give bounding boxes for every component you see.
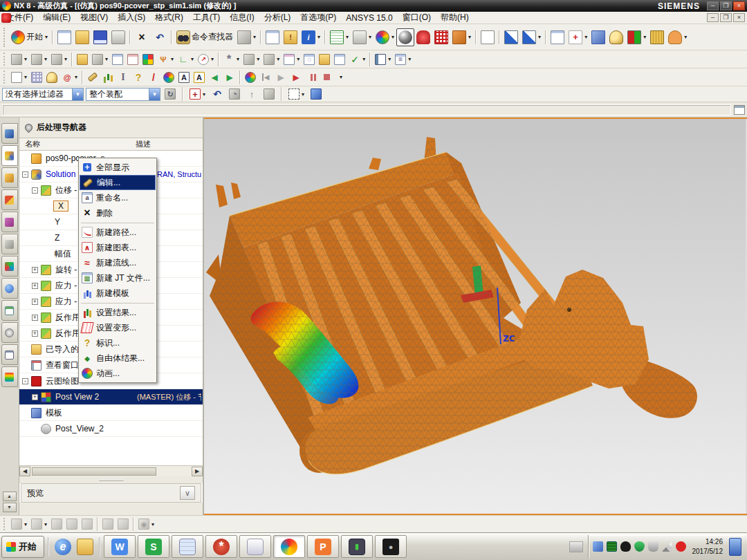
toolbar-button[interactable]: ▾ <box>288 70 304 85</box>
menu-item[interactable]: 视图(V) <box>75 11 113 24</box>
selection-tool-button[interactable]: ▾ <box>210 86 225 102</box>
selection-tool-button[interactable]: ▾ <box>279 87 284 101</box>
toolbar-button[interactable]: ▾ <box>133 28 151 46</box>
toolbar-button[interactable]: ▾ <box>222 70 237 85</box>
selection-tool-button[interactable]: ▾ <box>261 86 277 102</box>
tray-cat-icon[interactable] <box>620 541 631 552</box>
column-name[interactable]: 名称 <box>19 139 40 149</box>
context-menu-item[interactable]: 新建流线... <box>80 255 156 270</box>
toolbar-button[interactable]: ▾ <box>317 52 332 67</box>
selection-tool-button[interactable]: ▾ <box>227 86 242 102</box>
toolbar-button[interactable]: ▾ <box>548 28 566 46</box>
toolbar-button[interactable]: ▾ <box>127 30 133 44</box>
toolbar-button[interactable]: ▾ <box>367 53 373 66</box>
context-menu-item[interactable]: 新建模板 <box>80 286 156 301</box>
context-menu-item[interactable]: 标识... <box>80 335 156 351</box>
tray-shield-icon[interactable] <box>634 541 645 552</box>
toolbar-button[interactable]: ▾ <box>9 516 29 532</box>
resource-bar-tab[interactable] <box>1 167 18 188</box>
tray-card-icon[interactable] <box>607 541 617 552</box>
toolbar-button[interactable]: ▾ <box>432 28 450 46</box>
taskbar-app-button[interactable] <box>375 535 407 558</box>
menu-item[interactable]: 格式(R) <box>150 11 188 24</box>
expander-icon[interactable] <box>32 315 38 321</box>
toolbar-button[interactable]: ▾ <box>49 52 69 67</box>
toolbar-button[interactable]: ▾ <box>59 70 80 85</box>
toolbar-button[interactable]: ▾ <box>393 52 413 67</box>
resource-bar-tab[interactable] <box>1 123 18 144</box>
scroll-right-arrow[interactable]: ▶ <box>192 467 203 476</box>
toolbar-button[interactable]: ▾ <box>85 70 100 85</box>
resource-bar-tab[interactable] <box>1 189 18 210</box>
toolbar-button[interactable]: ▾ <box>125 52 140 67</box>
menu-item[interactable]: 帮助(H) <box>436 11 474 24</box>
toolbar-button[interactable]: ▾ <box>207 70 222 85</box>
start-button[interactable]: 开始 <box>1 536 44 558</box>
menu-item[interactable]: 首选项(P) <box>295 11 341 24</box>
toolbar-button[interactable]: ▾ <box>136 516 156 532</box>
toolbar-button[interactable]: ▾ <box>44 70 59 85</box>
docked-window-icon[interactable] <box>734 105 745 115</box>
toolbar-button[interactable]: ▾ <box>9 70 29 85</box>
toolbar-button[interactable]: ▾ <box>176 52 196 67</box>
resource-bar-tab[interactable] <box>1 344 18 365</box>
taskbar-app-button[interactable] <box>239 535 271 558</box>
toolbar-button[interactable]: ▾ <box>146 70 161 85</box>
tree-row[interactable]: 模板 <box>19 405 203 421</box>
toolbar-button[interactable]: ▾ <box>176 70 192 85</box>
toolbar-button[interactable]: ▾ <box>49 516 64 532</box>
toolbar-button[interactable]: ▾ <box>221 52 241 67</box>
toolbar-button[interactable]: ▾ <box>235 28 258 46</box>
toolbar-button[interactable]: ▾ <box>116 70 131 85</box>
toolbar-button[interactable]: ▾ <box>80 71 85 84</box>
resource-bar-tab[interactable] <box>1 300 18 321</box>
toolbar-button[interactable]: ▾ <box>192 70 207 85</box>
toolbar-button[interactable]: ▾ <box>334 70 344 85</box>
expander-icon[interactable] <box>32 187 38 194</box>
toolbar-button[interactable]: ▾ <box>140 52 156 67</box>
selection-tool-button[interactable]: ▾ <box>163 86 178 102</box>
expander-icon[interactable] <box>32 299 38 305</box>
resource-bar-tab[interactable] <box>1 278 18 299</box>
taskbar-app-button[interactable] <box>205 535 237 558</box>
toolbar-button[interactable]: ▾ <box>196 52 216 67</box>
show-desktop-button[interactable] <box>729 538 741 556</box>
toolbar-button[interactable]: ▾ <box>100 516 116 532</box>
toolbar-button[interactable]: ▾ <box>373 52 393 67</box>
toolbar-button[interactable]: ▾ <box>304 70 319 85</box>
toolbar-button[interactable]: ▾ <box>29 52 49 67</box>
toolbar-button[interactable]: ▾ <box>566 28 589 46</box>
tray-plug-icon[interactable] <box>648 541 658 552</box>
context-menu-item[interactable]: 全部显示 <box>80 160 156 175</box>
tree-row[interactable]: Post View 2 (MASTER) 位移 - 节点 <box>19 389 203 405</box>
menu-item[interactable]: 插入(S) <box>113 11 150 24</box>
taskbar-app-button[interactable] <box>138 535 169 558</box>
toolbar-button[interactable]: ▾ <box>29 70 44 85</box>
mdi-minimize-button[interactable]: – <box>707 13 719 22</box>
tray-cube-icon[interactable] <box>593 541 603 552</box>
mdi-restore-button[interactable]: ❐ <box>720 13 732 22</box>
context-menu-item[interactable]: 自由体结果... <box>80 351 156 366</box>
toolbar-button[interactable]: ▾ <box>169 30 174 44</box>
printer-icon[interactable] <box>569 541 583 552</box>
selection-tool-button[interactable]: ▾ <box>308 86 324 102</box>
context-menu-item[interactable]: 动画... <box>80 366 156 381</box>
toolbar-button[interactable]: ▾ <box>90 52 110 67</box>
toolbar-button[interactable]: ▾ <box>450 28 473 46</box>
resource-bar-tab[interactable] <box>1 234 18 254</box>
toolbar-button[interactable]: 开始▾ <box>9 28 50 46</box>
pin-icon[interactable] <box>24 122 35 133</box>
toolbar-button[interactable]: ▾ <box>502 28 520 46</box>
toolbar-button[interactable]: ▾ <box>131 70 146 85</box>
toolbar-button[interactable]: ▾ <box>299 28 322 46</box>
toolbar-button[interactable]: ▾ <box>80 516 95 532</box>
toolbar-button[interactable]: ▾ <box>497 30 502 44</box>
resource-bar-tab[interactable] <box>1 366 18 387</box>
minimize-button[interactable]: – <box>707 1 719 10</box>
expander-icon[interactable] <box>22 378 28 384</box>
taskbar-app-button[interactable] <box>341 535 373 558</box>
horizontal-scrollbar[interactable]: ◀ ▶ <box>19 465 203 476</box>
toolbar-button[interactable]: ▾ <box>347 52 367 67</box>
expander-icon[interactable] <box>22 171 28 178</box>
toolbar-button[interactable]: ▾ <box>161 70 176 85</box>
